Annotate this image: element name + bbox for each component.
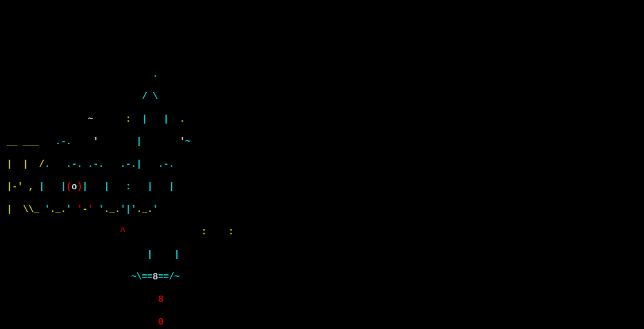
ascii-line: 0 — [1, 317, 163, 327]
ascii-line: __ ___ — [1, 136, 55, 147]
ascii-line: |-' , — [1, 182, 39, 192]
ascii-line: | | — [1, 249, 179, 259]
terminal[interactable]: . / \ ~ : | | . __ ___ .-. ' | '~ | | /.… — [1, 46, 643, 329]
ascii-line: ~\==8==/~ — [1, 272, 179, 282]
ascii-line: . — [1, 69, 158, 79]
ascii-line: / \ — [1, 91, 158, 102]
ascii-line: ~ : | | . — [1, 114, 185, 124]
ascii-line: | | / — [1, 159, 44, 169]
ascii-line: ^ : : — [1, 227, 234, 237]
ascii-logo: . / \ ~ : | | . __ ___ .-. ' | '~ | | /.… — [1, 58, 643, 330]
ascii-line: 8 — [1, 294, 163, 305]
ascii-line: | \\_ — [1, 204, 44, 214]
